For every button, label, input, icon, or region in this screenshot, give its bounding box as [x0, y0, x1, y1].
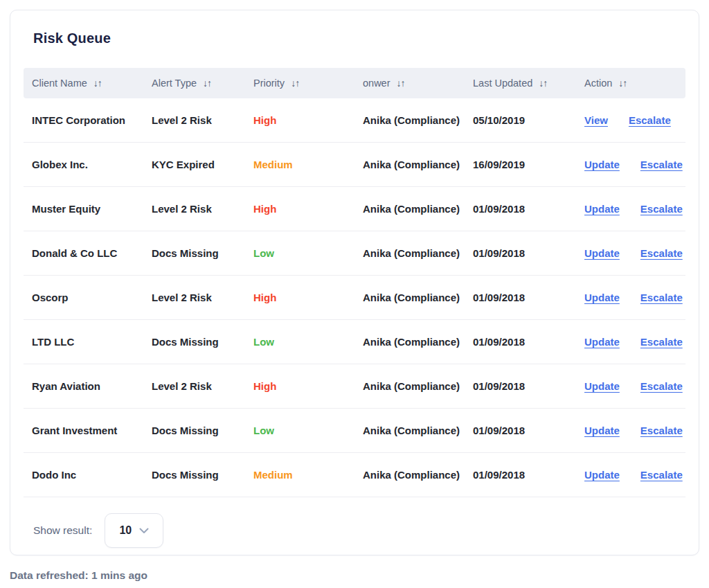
page-title: Risk Queue: [24, 28, 685, 48]
sort-icon[interactable]: ↓↑: [93, 78, 102, 89]
alert-type-cell: Docs Missing: [152, 336, 253, 348]
priority-label: Medium: [253, 469, 363, 481]
primary-action-link[interactable]: Update: [584, 425, 620, 436]
priority-label: Low: [253, 425, 363, 436]
table-row: Ryan Aviation Level 2 Risk High Anika (C…: [24, 364, 685, 409]
escalate-link[interactable]: Escalate: [640, 292, 683, 303]
sort-icon[interactable]: ↓↑: [618, 78, 627, 89]
escalate-link[interactable]: Escalate: [640, 247, 683, 259]
client-name-cell: Muster Equity: [32, 203, 152, 215]
action-cell: Update Escalate: [584, 425, 683, 436]
client-name-cell: Ryan Aviation: [32, 380, 152, 392]
table-header-row: Client Name ↓↑ Alert Type ↓↑ Priority ↓↑…: [24, 68, 685, 98]
priority-label: High: [253, 292, 363, 303]
table-row: Donald & Co LLC Docs Missing Low Anika (…: [24, 231, 685, 276]
table-row: Dodo Inc Docs Missing Medium Anika (Comp…: [24, 453, 685, 497]
owner-cell: Anika (Compliance): [363, 159, 473, 170]
chevron-down-icon: [139, 528, 149, 534]
last-updated-cell: 01/09/2018: [473, 292, 584, 303]
action-cell: Update Escalate: [584, 380, 683, 392]
owner-cell: Anika (Compliance): [363, 292, 473, 303]
priority-label: Low: [253, 247, 363, 259]
client-name-cell: Globex Inc.: [32, 159, 152, 170]
column-header-label: onwer: [363, 78, 391, 89]
column-header[interactable]: onwer ↓↑: [363, 78, 473, 89]
escalate-link[interactable]: Escalate: [640, 159, 683, 170]
escalate-link[interactable]: Escalate: [629, 114, 671, 126]
last-updated-cell: 01/09/2018: [473, 203, 584, 215]
column-header[interactable]: Client Name ↓↑: [32, 78, 152, 89]
action-cell: Update Escalate: [584, 247, 683, 259]
primary-action-link[interactable]: Update: [584, 159, 620, 170]
owner-cell: Anika (Compliance): [363, 203, 473, 215]
primary-action-link[interactable]: Update: [584, 336, 620, 348]
client-name-cell: Grant Investment: [32, 425, 152, 436]
table-row: Muster Equity Level 2 Risk High Anika (C…: [24, 187, 685, 231]
last-updated-cell: 01/09/2018: [473, 247, 584, 259]
sort-icon[interactable]: ↓↑: [291, 78, 299, 89]
alert-type-cell: Docs Missing: [152, 469, 253, 481]
priority-label: High: [253, 380, 363, 392]
owner-cell: Anika (Compliance): [363, 336, 473, 348]
owner-cell: Anika (Compliance): [363, 425, 473, 436]
alert-type-cell: Level 2 Risk: [152, 380, 253, 392]
alert-type-cell: Level 2 Risk: [152, 292, 253, 303]
priority-label: High: [253, 114, 363, 126]
column-header[interactable]: Priority ↓↑: [253, 78, 363, 89]
client-name-cell: INTEC Corporation: [32, 114, 152, 126]
table-row: LTD LLC Docs Missing Low Anika (Complian…: [24, 320, 685, 364]
primary-action-link[interactable]: Update: [584, 292, 620, 303]
action-cell: Update Escalate: [584, 159, 683, 170]
escalate-link[interactable]: Escalate: [640, 203, 683, 215]
escalate-link[interactable]: Escalate: [640, 380, 683, 392]
alert-type-cell: Level 2 Risk: [152, 203, 253, 215]
last-updated-cell: 16/09/2019: [473, 159, 584, 170]
primary-action-link[interactable]: Update: [584, 247, 620, 259]
column-header[interactable]: Last Updated ↓↑: [473, 78, 584, 89]
data-refreshed-status: Data refreshed: 1 mins ago: [10, 569, 699, 582]
escalate-link[interactable]: Escalate: [640, 425, 683, 436]
last-updated-cell: 05/10/2019: [473, 114, 584, 126]
column-header[interactable]: Action ↓↑: [584, 78, 677, 89]
page-size-value: 10: [119, 524, 132, 537]
primary-action-link[interactable]: Update: [584, 469, 620, 481]
last-updated-cell: 01/09/2018: [473, 469, 584, 481]
client-name-cell: Donald & Co LLC: [32, 247, 152, 259]
last-updated-cell: 01/09/2018: [473, 425, 584, 436]
sort-icon[interactable]: ↓↑: [539, 78, 547, 89]
column-header-label: Client Name: [32, 78, 87, 89]
page-size-dropdown[interactable]: 10: [105, 513, 163, 548]
primary-action-link[interactable]: Update: [584, 203, 620, 215]
action-cell: Update Escalate: [584, 336, 683, 348]
show-result-label: Show result:: [33, 524, 92, 537]
client-name-cell: Oscorp: [32, 292, 152, 303]
column-header-label: Priority: [253, 78, 285, 89]
owner-cell: Anika (Compliance): [363, 247, 473, 259]
sort-icon[interactable]: ↓↑: [397, 78, 405, 89]
action-cell: Update Escalate: [584, 292, 683, 303]
escalate-link[interactable]: Escalate: [640, 336, 683, 348]
table-body: INTEC Corporation Level 2 Risk High Anik…: [24, 98, 685, 497]
last-updated-cell: 01/09/2018: [473, 336, 584, 348]
table-row: Oscorp Level 2 Risk High Anika (Complian…: [24, 276, 685, 320]
alert-type-cell: Docs Missing: [152, 247, 253, 259]
priority-label: High: [253, 203, 363, 215]
alert-type-cell: Level 2 Risk: [152, 114, 253, 126]
table-row: Grant Investment Docs Missing Low Anika …: [24, 409, 685, 453]
alert-type-cell: KYC Expired: [152, 159, 253, 170]
sort-icon[interactable]: ↓↑: [203, 78, 211, 89]
page: Risk Queue Client Name ↓↑ Alert Type ↓↑ …: [0, 0, 709, 582]
action-cell: Update Escalate: [584, 469, 683, 481]
primary-action-link[interactable]: View: [584, 114, 608, 126]
column-header-label: Alert Type: [152, 78, 197, 89]
action-cell: Update Escalate: [584, 203, 683, 215]
table-footer: Show result: 10: [24, 513, 685, 548]
primary-action-link[interactable]: Update: [584, 380, 620, 392]
column-header[interactable]: Alert Type ↓↑: [152, 78, 253, 89]
escalate-link[interactable]: Escalate: [640, 469, 683, 481]
last-updated-cell: 01/09/2018: [473, 380, 584, 392]
risk-table: Client Name ↓↑ Alert Type ↓↑ Priority ↓↑…: [24, 68, 685, 497]
column-header-label: Action: [584, 78, 612, 89]
priority-label: Low: [253, 336, 363, 348]
column-header-label: Last Updated: [473, 78, 532, 89]
